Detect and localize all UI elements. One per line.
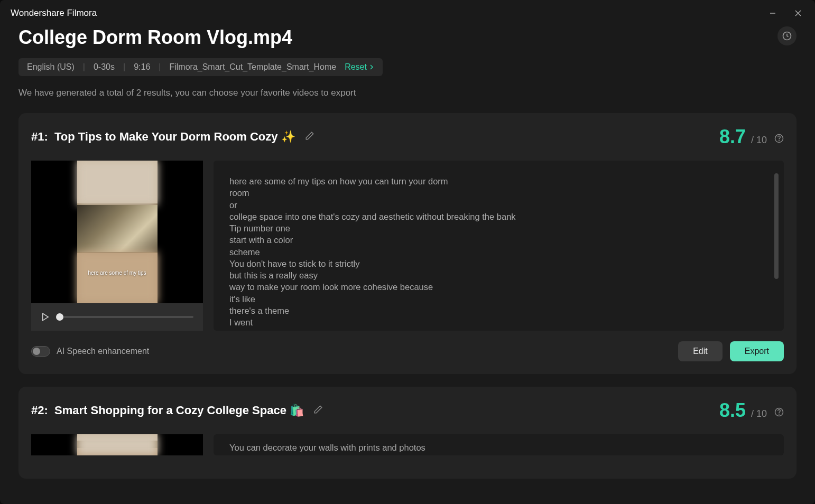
result-name: Smart Shopping for a Cozy College Space … <box>54 404 304 417</box>
video-preview[interactable]: here are some of my tips <box>31 161 203 303</box>
transcript-panel: here are some of my tips on how you can … <box>214 161 784 331</box>
edit-title-icon[interactable] <box>313 405 323 416</box>
result-name: Top Tips to Make Your Dorm Room Cozy ✨ <box>54 130 295 143</box>
chip-duration: 0-30s <box>94 62 115 72</box>
chip-template: Filmora_Smart_Cut_Template_Smart_Home <box>169 62 336 72</box>
export-button[interactable]: Export <box>730 341 784 361</box>
window-controls <box>766 7 804 20</box>
app-title: Wondershare Filmora <box>11 8 97 18</box>
chip-language: English (US) <box>27 62 75 72</box>
transcript-scrollbar[interactable] <box>774 173 779 279</box>
video-progress-bar[interactable] <box>60 316 193 318</box>
video-controls <box>31 303 203 331</box>
svg-marker-6 <box>43 313 49 321</box>
result-header: #1: Top Tips to Make Your Dorm Room Cozy… <box>31 126 784 148</box>
video-preview[interactable] <box>31 434 203 455</box>
page-header: College Dorm Room Vlog.mp4 <box>18 26 797 49</box>
edit-button[interactable]: Edit <box>678 341 723 361</box>
score-display: 8.7 / 10 <box>719 126 784 148</box>
history-button[interactable] <box>777 26 797 45</box>
score-value: 8.5 <box>719 399 746 422</box>
filter-chips: English (US) | 0-30s | 9:16 | Filmora_Sm… <box>18 58 383 76</box>
play-button[interactable] <box>41 312 50 322</box>
thumbnail-caption: here are some of my tips <box>88 270 146 276</box>
result-card: #2: Smart Shopping for a Cozy College Sp… <box>18 387 797 479</box>
result-header: #2: Smart Shopping for a Cozy College Sp… <box>31 399 784 422</box>
video-column: here are some of my tips <box>31 161 203 331</box>
score-display: 8.5 / 10 <box>719 399 784 422</box>
result-body: You can decorate your walls with prints … <box>31 434 784 455</box>
svg-point-8 <box>779 414 780 414</box>
close-button[interactable] <box>792 7 804 20</box>
reset-button[interactable]: Reset <box>345 62 374 72</box>
page-title: College Dorm Room Vlog.mp4 <box>18 26 292 49</box>
score-max: / 10 <box>751 135 767 146</box>
score-max: / 10 <box>751 408 767 419</box>
result-index: #1: <box>31 130 48 143</box>
result-title: #2: Smart Shopping for a Cozy College Sp… <box>31 404 304 417</box>
ai-enhancement-toggle[interactable] <box>31 346 50 357</box>
chip-divider: | <box>83 62 85 72</box>
score-value: 8.7 <box>719 126 746 148</box>
result-body: here are some of my tips here are some o… <box>31 161 784 331</box>
transcript-text: here are some of my tips on how you can … <box>229 175 768 328</box>
result-title-wrap: #2: Smart Shopping for a Cozy College Sp… <box>31 404 323 417</box>
result-footer: AI Speech enhancement Edit Export <box>31 341 784 361</box>
ai-enhancement-toggle-wrap: AI Speech enhancement <box>31 346 149 357</box>
main-content: College Dorm Room Vlog.mp4 English (US) … <box>0 26 815 504</box>
video-thumbnail <box>77 434 158 455</box>
result-index: #2: <box>31 404 48 417</box>
toggle-label: AI Speech enhancement <box>57 347 149 356</box>
result-card: #1: Top Tips to Make Your Dorm Room Cozy… <box>18 113 797 374</box>
action-buttons: Edit Export <box>678 341 784 361</box>
progress-handle[interactable] <box>56 313 63 321</box>
result-title-wrap: #1: Top Tips to Make Your Dorm Room Cozy… <box>31 130 314 144</box>
minimize-button[interactable] <box>766 7 779 20</box>
video-thumbnail: here are some of my tips <box>77 161 158 303</box>
chip-divider: | <box>159 62 161 72</box>
chip-aspect: 9:16 <box>134 62 150 72</box>
help-icon[interactable] <box>774 134 784 143</box>
chip-divider: | <box>123 62 125 72</box>
svg-point-5 <box>779 140 780 141</box>
info-text: We have generated a total of 2 results, … <box>18 88 797 98</box>
titlebar: Wondershare Filmora <box>0 0 815 26</box>
app-window: Wondershare Filmora College Dorm Room Vl… <box>0 0 815 504</box>
edit-title-icon[interactable] <box>305 131 314 143</box>
video-column <box>31 434 203 455</box>
result-title: #1: Top Tips to Make Your Dorm Room Cozy… <box>31 130 295 144</box>
help-icon[interactable] <box>774 407 784 417</box>
transcript-panel: You can decorate your walls with prints … <box>214 434 784 455</box>
reset-label: Reset <box>345 62 367 72</box>
transcript-text: You can decorate your walls with prints … <box>229 442 768 453</box>
